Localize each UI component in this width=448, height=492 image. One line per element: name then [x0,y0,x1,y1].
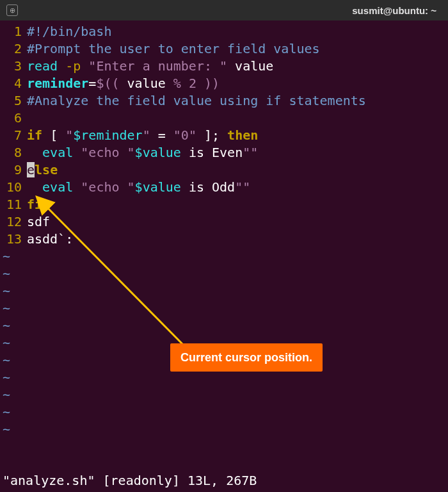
empty-line: ~ [0,369,448,386]
line-number: 4 [0,75,27,92]
line-number: 6 [0,110,27,127]
code-text: is Even [181,145,243,160]
code-line: 6 [0,110,448,127]
editor-area[interactable]: 1#!/bin/bash 2#Prompt the user to enter … [0,20,448,472]
code-text: )) [196,76,220,91]
code-text: "0" [173,127,196,143]
code-text: read [27,58,58,74]
code-text: "echo " [81,179,134,195]
line-number: 11 [0,196,27,213]
empty-line: ~ [0,317,448,334]
line-number: 13 [0,231,27,248]
code-text: $reminder [73,127,142,143]
status-bar: "analyze.sh" [readonly] 13L, 267B [0,472,448,492]
empty-line: ~ [0,283,448,300]
code-text: = [88,76,96,91]
terminal-window: ⊕ susmit@ubuntu: ~ 1#!/bin/bash 2#Prompt… [0,0,448,492]
code-line: 4reminder=$(( value % 2 )) [0,75,448,92]
code-text: is Odd [181,179,235,195]
code-text: value [227,58,273,74]
empty-line: ~ [0,386,448,404]
code-text: % [173,76,181,91]
empty-line: ~ [0,248,448,265]
code-line: 10 eval "echo "$value is Odd"" [0,179,448,196]
code-text: " [65,127,73,143]
code-text: "" [235,179,250,195]
code-text: sdf [27,214,50,229]
code-text: then [227,127,258,143]
code-text: = [150,127,173,143]
code-text: lse [35,162,58,177]
code-line: 9else [0,161,448,179]
code-text: eval [27,179,81,195]
line-number: 12 [0,213,27,231]
code-line: 7if [ "$reminder" = "0" ]; then [0,127,448,144]
code-text: -p [58,58,81,74]
code-line: 3read -p "Enter a number: " value [0,58,448,75]
line-number: 1 [0,23,27,40]
code-line: 8 eval "echo "$value is Even"" [0,144,448,161]
code-text: eval [27,145,81,160]
code-text: $(( [96,76,119,91]
code-line: 11fi [0,196,448,213]
line-number: 8 [0,144,27,161]
code-line: 1#!/bin/bash [0,23,448,40]
titlebar[interactable]: ⊕ susmit@ubuntu: ~ [0,0,448,20]
code-line: 13asdd`: [0,231,448,248]
cursor: e [27,162,35,177]
code-line: 5#Analyze the field value using if state… [0,92,448,110]
code-text: fi [27,197,42,212]
code-line: 2#Prompt the user to enter field values [0,40,448,58]
code-text: reminder [27,76,88,91]
line-number: 10 [0,179,27,196]
line-number: 2 [0,40,27,58]
window-title: susmit@ubuntu: ~ [352,5,436,16]
code-line: 12sdf [0,213,448,231]
code-text: value [120,76,173,91]
line-number: 5 [0,92,27,110]
code-text: if [27,127,42,143]
empty-line: ~ [0,421,448,438]
empty-line: ~ [0,300,448,317]
line-number: 7 [0,127,27,144]
line-number: 3 [0,58,27,75]
code-text: "Enter a number: " [81,58,227,74]
code-text: $value [135,179,181,195]
code-text: "echo " [81,145,134,160]
code-text: #!/bin/bash [27,24,111,39]
code-text: asdd`: [27,231,73,247]
annotation-label: Current cursor position. [170,343,323,372]
empty-line: ~ [0,265,448,283]
line-number: 9 [0,161,27,179]
code-text: ]; [196,127,227,143]
code-text: #Prompt the user to enter field values [27,41,320,56]
new-tab-icon[interactable]: ⊕ [6,4,18,16]
empty-line: ~ [0,404,448,421]
code-text: "" [243,145,258,160]
code-text: #Analyze the field value using if statem… [27,93,366,108]
code-text: $value [135,145,181,160]
code-text: 2 [181,76,196,91]
code-text: " [143,127,150,143]
code-text: [ [42,127,65,143]
